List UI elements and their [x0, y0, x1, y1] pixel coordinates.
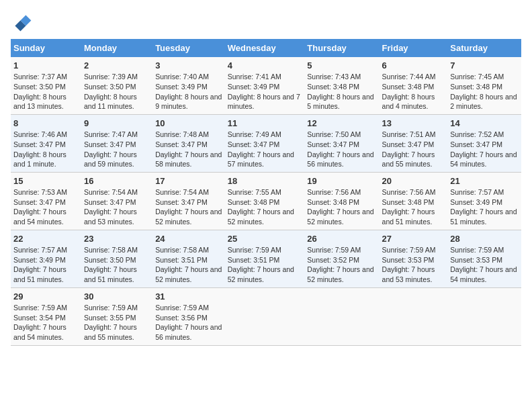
- daylight-text: Daylight: 7 hours and 51 minutes.: [84, 265, 150, 284]
- header-cell-tuesday: Tuesday: [152, 39, 225, 57]
- sunrise-text: Sunrise: 7:57 AM: [13, 245, 79, 255]
- daylight-text: Daylight: 8 hours and 7 minutes.: [228, 92, 302, 111]
- sunrise-text: Sunrise: 7:48 AM: [155, 130, 222, 140]
- sunrise-text: Sunrise: 7:49 AM: [228, 130, 302, 140]
- calendar-cell: 23 Sunrise: 7:58 AM Sunset: 3:50 PM Dayl…: [81, 230, 152, 287]
- day-number: 6: [382, 60, 445, 72]
- day-number: 30: [84, 291, 150, 303]
- sunrise-text: Sunrise: 7:59 AM: [155, 303, 222, 313]
- calendar-cell: 10 Sunrise: 7:48 AM Sunset: 3:47 PM Dayl…: [152, 114, 225, 172]
- sunset-text: Sunset: 3:49 PM: [155, 82, 222, 92]
- week-row-4: 22 Sunrise: 7:57 AM Sunset: 3:49 PM Dayl…: [11, 230, 521, 287]
- calendar-cell: 17 Sunrise: 7:54 AM Sunset: 3:47 PM Dayl…: [152, 172, 225, 230]
- daylight-text: Daylight: 7 hours and 57 minutes.: [228, 150, 302, 169]
- calendar-cell: 2 Sunrise: 7:39 AM Sunset: 3:50 PM Dayli…: [81, 57, 152, 114]
- daylight-text: Daylight: 7 hours and 54 minutes.: [450, 150, 519, 169]
- calendar-cell: 30 Sunrise: 7:59 AM Sunset: 3:55 PM Dayl…: [81, 287, 152, 345]
- sunrise-text: Sunrise: 7:59 AM: [84, 303, 150, 313]
- daylight-text: Daylight: 7 hours and 52 minutes.: [155, 207, 222, 226]
- sunset-text: Sunset: 3:47 PM: [155, 140, 222, 150]
- calendar-cell: 22 Sunrise: 7:57 AM Sunset: 3:49 PM Dayl…: [11, 230, 81, 287]
- day-number: 17: [155, 175, 222, 187]
- day-number: 21: [450, 175, 519, 187]
- sunset-text: Sunset: 3:49 PM: [450, 197, 519, 208]
- sunset-text: Sunset: 3:56 PM: [155, 313, 222, 323]
- sunrise-text: Sunrise: 7:51 AM: [382, 130, 445, 140]
- calendar-cell: 4 Sunrise: 7:41 AM Sunset: 3:49 PM Dayli…: [225, 57, 305, 114]
- sunset-text: Sunset: 3:50 PM: [13, 82, 79, 92]
- day-number: 11: [228, 118, 302, 130]
- daylight-text: Daylight: 7 hours and 51 minutes.: [382, 207, 445, 226]
- sunset-text: Sunset: 3:47 PM: [84, 140, 150, 150]
- daylight-text: Daylight: 7 hours and 52 minutes.: [307, 207, 376, 226]
- sunrise-text: Sunrise: 7:59 AM: [450, 245, 519, 255]
- day-number: 23: [84, 233, 150, 245]
- sunset-text: Sunset: 3:47 PM: [307, 140, 376, 150]
- calendar-cell: 24 Sunrise: 7:58 AM Sunset: 3:51 PM Dayl…: [152, 230, 225, 287]
- day-number: 12: [307, 118, 376, 130]
- calendar-cell: 6 Sunrise: 7:44 AM Sunset: 3:48 PM Dayli…: [380, 57, 448, 114]
- sunset-text: Sunset: 3:48 PM: [382, 197, 445, 208]
- sunset-text: Sunset: 3:48 PM: [307, 197, 376, 208]
- sunrise-text: Sunrise: 7:53 AM: [13, 187, 79, 197]
- day-number: 28: [450, 233, 519, 245]
- calendar-cell: [380, 287, 448, 345]
- sunset-text: Sunset: 3:47 PM: [382, 140, 445, 150]
- calendar-cell: 19 Sunrise: 7:56 AM Sunset: 3:48 PM Dayl…: [304, 172, 379, 230]
- daylight-text: Daylight: 7 hours and 52 minutes.: [228, 265, 302, 284]
- calendar-cell: 20 Sunrise: 7:56 AM Sunset: 3:48 PM Dayl…: [380, 172, 448, 230]
- day-number: 27: [382, 233, 445, 245]
- sunrise-text: Sunrise: 7:56 AM: [307, 187, 376, 197]
- day-number: 5: [307, 60, 376, 72]
- day-number: 24: [155, 233, 222, 245]
- header-cell-thursday: Thursday: [304, 39, 379, 57]
- sunrise-text: Sunrise: 7:59 AM: [307, 245, 376, 255]
- logo: [11, 11, 35, 32]
- sunset-text: Sunset: 3:47 PM: [13, 197, 79, 208]
- sunrise-text: Sunrise: 7:52 AM: [450, 130, 519, 140]
- daylight-text: Daylight: 7 hours and 56 minutes.: [155, 322, 222, 342]
- sunrise-text: Sunrise: 7:54 AM: [84, 187, 150, 197]
- day-number: 14: [450, 118, 519, 130]
- daylight-text: Daylight: 7 hours and 53 minutes.: [84, 207, 150, 226]
- sunset-text: Sunset: 3:48 PM: [228, 197, 302, 208]
- daylight-text: Daylight: 8 hours and 5 minutes.: [307, 92, 376, 111]
- sunset-text: Sunset: 3:52 PM: [307, 255, 376, 265]
- calendar-cell: 21 Sunrise: 7:57 AM Sunset: 3:49 PM Dayl…: [447, 172, 521, 230]
- day-number: 9: [84, 118, 150, 130]
- daylight-text: Daylight: 7 hours and 59 minutes.: [84, 150, 150, 169]
- daylight-text: Daylight: 7 hours and 55 minutes.: [84, 322, 150, 342]
- sunrise-text: Sunrise: 7:59 AM: [228, 245, 302, 255]
- daylight-text: Daylight: 7 hours and 58 minutes.: [155, 150, 222, 169]
- calendar-cell: 3 Sunrise: 7:40 AM Sunset: 3:49 PM Dayli…: [152, 57, 225, 114]
- calendar-cell: 7 Sunrise: 7:45 AM Sunset: 3:48 PM Dayli…: [447, 57, 521, 114]
- sunrise-text: Sunrise: 7:43 AM: [307, 72, 376, 82]
- calendar-cell: 5 Sunrise: 7:43 AM Sunset: 3:48 PM Dayli…: [304, 57, 379, 114]
- daylight-text: Daylight: 7 hours and 52 minutes.: [228, 207, 302, 226]
- calendar-cell: 1 Sunrise: 7:37 AM Sunset: 3:50 PM Dayli…: [11, 57, 81, 114]
- week-row-1: 1 Sunrise: 7:37 AM Sunset: 3:50 PM Dayli…: [11, 57, 521, 114]
- sunrise-text: Sunrise: 7:55 AM: [228, 187, 302, 197]
- day-number: 22: [13, 233, 79, 245]
- sunrise-text: Sunrise: 7:40 AM: [155, 72, 222, 82]
- sunrise-text: Sunrise: 7:45 AM: [450, 72, 519, 82]
- day-number: 26: [307, 233, 376, 245]
- calendar-cell: 13 Sunrise: 7:51 AM Sunset: 3:47 PM Dayl…: [380, 114, 448, 172]
- sunset-text: Sunset: 3:47 PM: [13, 140, 79, 150]
- daylight-text: Daylight: 8 hours and 4 minutes.: [382, 92, 445, 111]
- day-number: 25: [228, 233, 302, 245]
- day-number: 31: [155, 291, 222, 303]
- daylight-text: Daylight: 8 hours and 13 minutes.: [13, 92, 79, 111]
- sunset-text: Sunset: 3:48 PM: [382, 82, 445, 92]
- day-number: 16: [84, 175, 150, 187]
- sunset-text: Sunset: 3:48 PM: [450, 82, 519, 92]
- day-number: 3: [155, 60, 222, 72]
- header-cell-sunday: Sunday: [11, 39, 81, 57]
- daylight-text: Daylight: 7 hours and 52 minutes.: [155, 265, 222, 284]
- week-row-3: 15 Sunrise: 7:53 AM Sunset: 3:47 PM Dayl…: [11, 172, 521, 230]
- calendar-cell: 14 Sunrise: 7:52 AM Sunset: 3:47 PM Dayl…: [447, 114, 521, 172]
- calendar-cell: [447, 287, 521, 345]
- calendar-cell: 15 Sunrise: 7:53 AM Sunset: 3:47 PM Dayl…: [11, 172, 81, 230]
- calendar-cell: [304, 287, 379, 345]
- header-cell-saturday: Saturday: [447, 39, 521, 57]
